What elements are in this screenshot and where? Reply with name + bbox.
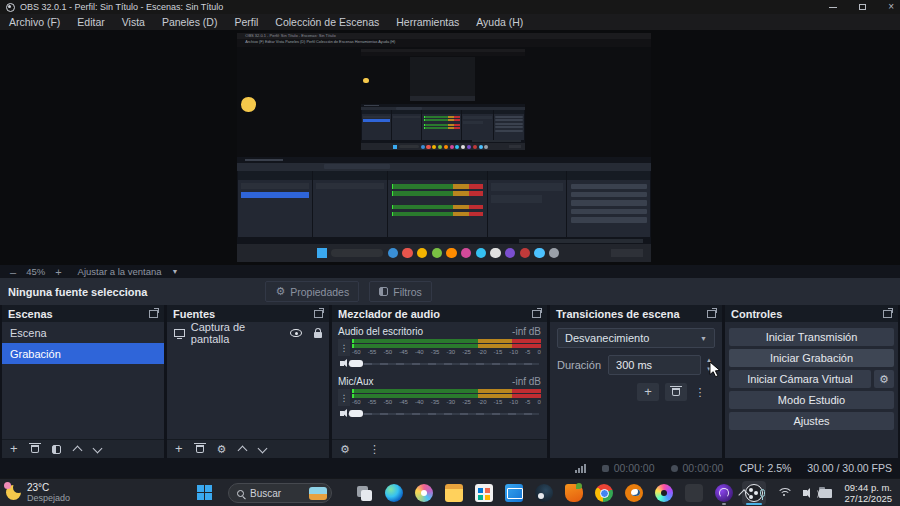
remove-transition-button[interactable]: [665, 383, 687, 401]
tray-chevron-up-icon[interactable]: [739, 489, 750, 500]
move-source-down-icon[interactable]: [258, 443, 268, 453]
start-recording-button[interactable]: Iniciar Grabación: [729, 349, 894, 367]
steam-icon: [535, 484, 553, 502]
speaker-icon[interactable]: [340, 361, 344, 366]
meter-tick: 0: [537, 399, 540, 406]
menu-item-archivo-f[interactable]: Archivo (F): [9, 16, 60, 28]
remove-source-icon[interactable]: [196, 445, 204, 453]
settings-button[interactable]: Ajustes: [729, 412, 894, 430]
source-item[interactable]: Captura de pantalla: [167, 322, 329, 344]
store-app-icon[interactable]: [472, 481, 496, 505]
mixer-menu-icon[interactable]: ⋮: [369, 443, 380, 456]
volume-slider[interactable]: [348, 359, 541, 368]
transition-select[interactable]: Desvanecimiento ▼: [557, 328, 715, 348]
preview-m-btn: [495, 123, 523, 125]
controls-dock-header[interactable]: Controles: [725, 305, 898, 322]
remove-scene-icon[interactable]: [31, 445, 39, 453]
zoom-out-button[interactable]: –: [10, 267, 16, 277]
scenes-toolbar: +: [2, 439, 164, 458]
menu-item-editar[interactable]: Editar: [77, 16, 104, 28]
scenes-dock-header[interactable]: Escenas: [2, 305, 164, 322]
volume-slider-handle[interactable]: [349, 410, 363, 417]
zoom-in-button[interactable]: +: [55, 267, 61, 277]
add-scene-icon[interactable]: +: [10, 443, 18, 455]
move-source-up-icon[interactable]: [238, 445, 248, 455]
taskview-app-icon[interactable]: [352, 481, 376, 505]
scene-filters-icon[interactable]: [52, 445, 61, 454]
menu-item-paneles-d[interactable]: Paneles (D): [162, 16, 217, 28]
source-properties-gear-icon[interactable]: ⚙: [217, 444, 227, 455]
channel-menu-icon[interactable]: ⋮: [338, 389, 350, 406]
popout-icon[interactable]: [314, 310, 323, 318]
move-scene-up-icon[interactable]: [72, 445, 82, 455]
edge-app-icon[interactable]: [382, 481, 406, 505]
menu-item-colecci-n-de-escenas[interactable]: Colección de Escenas: [275, 16, 379, 28]
preview-canvas[interactable]: OBS 32.0.1 - Perfil: Sin Título - Escena…: [0, 30, 900, 265]
chrome-app-icon[interactable]: [592, 481, 616, 505]
popout-icon[interactable]: [532, 310, 541, 318]
speaker-icon[interactable]: [340, 411, 344, 416]
properties-button[interactable]: ⚙ Propiedades: [265, 281, 359, 302]
wifi-icon[interactable]: [777, 488, 791, 498]
filters-button[interactable]: Filtros: [369, 281, 432, 302]
scene-item-selected[interactable]: Grabación: [2, 343, 164, 364]
colorwheel-app-icon[interactable]: [652, 481, 676, 505]
preview-m-row: [241, 192, 309, 198]
transition-menu-icon[interactable]: ⋮: [693, 383, 707, 401]
studio-mode-button[interactable]: Modo Estudio: [729, 391, 894, 409]
paint-icon: [415, 484, 433, 502]
transitions-dock-header[interactable]: Transiciones de escena: [550, 305, 722, 322]
add-transition-button[interactable]: +: [637, 383, 659, 401]
move-scene-down-icon[interactable]: [92, 443, 102, 453]
sources-dock-title: Fuentes: [173, 308, 215, 320]
preview-m-btn: [495, 126, 523, 128]
taskbar-clock[interactable]: 09:44 p. m. 27/12/2025: [844, 482, 892, 504]
popout-icon[interactable]: [707, 310, 716, 318]
close-icon[interactable]: ×: [888, 2, 894, 12]
preview-m-dock: [362, 110, 391, 139]
add-source-icon[interactable]: +: [175, 443, 183, 455]
ghost-app-icon[interactable]: [682, 481, 706, 505]
volume-slider-handle[interactable]: [349, 360, 363, 367]
menu-item-perfil[interactable]: Perfil: [234, 16, 258, 28]
taskbar-weather-widget[interactable]: 23°C Despejado: [6, 482, 70, 503]
menu-item-ayuda-h[interactable]: Ayuda (H): [476, 16, 523, 28]
lock-icon[interactable]: [314, 332, 322, 338]
sources-dock-header[interactable]: Fuentes: [167, 305, 329, 322]
microphone-icon[interactable]: [760, 489, 765, 497]
duration-spinbox[interactable]: 300 ms ▲▼: [608, 355, 701, 375]
search-box[interactable]: Buscar: [228, 483, 332, 503]
weather-temp: 23°C: [27, 482, 70, 493]
channel-menu-icon[interactable]: ⋮: [338, 339, 350, 356]
fit-to-window-label[interactable]: Ajustar a la ventana: [78, 266, 162, 277]
start-streaming-button[interactable]: Iniciar Transmisión: [729, 328, 894, 346]
carrot-app-icon[interactable]: [562, 481, 586, 505]
virtual-camera-settings-button[interactable]: ⚙: [874, 370, 894, 388]
start-virtual-camera-button[interactable]: Iniciar Cámara Virtual: [729, 370, 871, 388]
blender-app-icon[interactable]: [622, 481, 646, 505]
preview-m-status: [361, 140, 525, 143]
popout-icon[interactable]: [149, 310, 158, 318]
record-timer: 00:00:00: [671, 462, 724, 474]
popout-icon[interactable]: [883, 310, 892, 318]
volume-slider[interactable]: [348, 409, 541, 418]
volume-icon[interactable]: [803, 490, 807, 496]
affinity-app-icon[interactable]: [712, 481, 736, 505]
steam-app-icon[interactable]: [532, 481, 556, 505]
menu-item-vista[interactable]: Vista: [122, 16, 145, 28]
mixer-dock-header[interactable]: Mezclador de audio: [332, 305, 547, 322]
paint-app-icon[interactable]: [412, 481, 436, 505]
mail-app-icon[interactable]: [502, 481, 526, 505]
scene-item[interactable]: Escena: [2, 322, 164, 343]
fit-dropdown-icon[interactable]: ▼: [172, 268, 179, 275]
start-button[interactable]: [197, 485, 212, 500]
folder-app-icon[interactable]: [442, 481, 466, 505]
preview-m-combo: [463, 116, 491, 119]
tray-folder-icon[interactable]: [819, 489, 832, 498]
visibility-eye-icon[interactable]: [290, 329, 302, 337]
preview-m-src: [237, 163, 651, 171]
restore-icon[interactable]: [859, 4, 866, 10]
menu-item-herramientas[interactable]: Herramientas: [396, 16, 459, 28]
minimize-icon[interactable]: [829, 7, 837, 8]
advanced-audio-icon[interactable]: ⚙: [340, 443, 350, 456]
